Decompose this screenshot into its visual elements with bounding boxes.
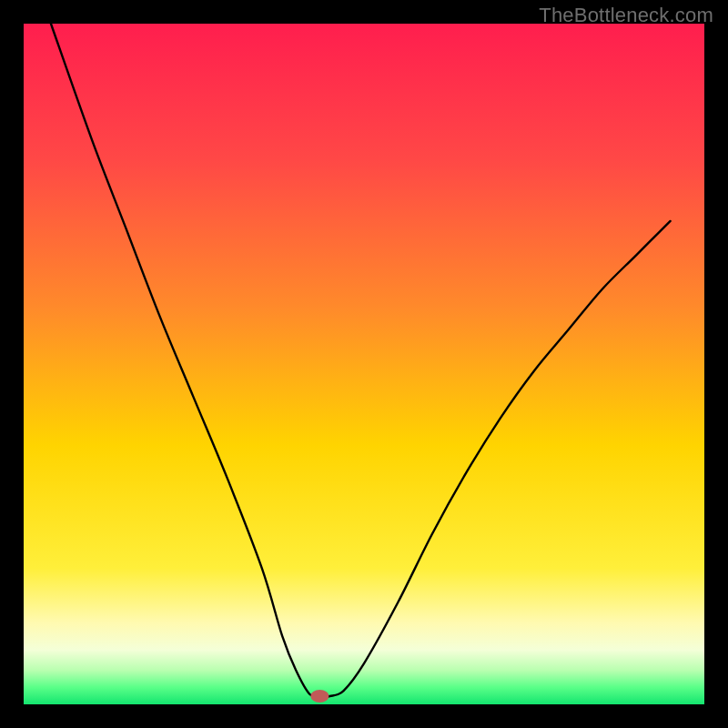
chart-frame: TheBottleneck.com	[0, 0, 728, 728]
gradient-background	[24, 24, 704, 704]
optimal-point-marker	[310, 690, 329, 703]
bottleneck-chart	[0, 0, 728, 728]
